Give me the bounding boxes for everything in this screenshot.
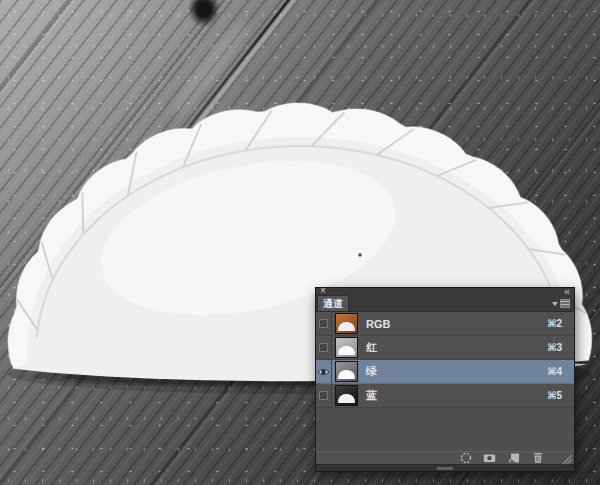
channel-shortcut: ⌘4 bbox=[547, 366, 562, 377]
menu-triangle-icon bbox=[552, 302, 558, 306]
new-channel-icon[interactable] bbox=[507, 452, 520, 464]
visibility-toggle[interactable] bbox=[316, 336, 332, 359]
menu-bars-icon bbox=[560, 299, 570, 308]
visibility-empty-box bbox=[319, 343, 328, 352]
photoshop-canvas: × « 通道 RGB ⌘2 bbox=[0, 0, 600, 485]
resize-grip[interactable] bbox=[561, 453, 573, 467]
channel-row-blue[interactable]: 蓝 ⌘5 bbox=[316, 384, 574, 408]
channel-label: RGB bbox=[366, 318, 390, 330]
collapse-to-icons-icon[interactable]: « bbox=[564, 285, 569, 297]
channel-list: RGB ⌘2 红 ⌘3 bbox=[316, 312, 574, 408]
thumbnail-puff-shape bbox=[338, 346, 355, 355]
channel-label: 绿 bbox=[366, 364, 377, 379]
visibility-empty-box bbox=[319, 319, 328, 328]
visibility-toggle[interactable] bbox=[316, 312, 332, 335]
channel-row-red[interactable]: 红 ⌘3 bbox=[316, 336, 574, 360]
puff-speck bbox=[358, 253, 361, 256]
panel-titlebar: × « 通道 bbox=[316, 288, 574, 312]
panel-drag-handle[interactable] bbox=[437, 467, 453, 470]
channel-shortcut: ⌘3 bbox=[547, 342, 562, 353]
visibility-toggle[interactable] bbox=[316, 360, 332, 383]
visibility-toggle[interactable] bbox=[316, 384, 332, 407]
delete-channel-icon[interactable] bbox=[531, 452, 544, 464]
channel-list-empty-area bbox=[316, 408, 574, 451]
channel-row-green[interactable]: 绿 ⌘4 bbox=[316, 360, 574, 384]
thumbnail-puff-shape bbox=[338, 322, 355, 331]
panel-menu-icon[interactable] bbox=[552, 298, 570, 309]
thumbnail-puff-shape bbox=[338, 370, 355, 379]
footer-toolbar bbox=[316, 451, 574, 465]
channel-label: 红 bbox=[366, 340, 377, 355]
channel-shortcut: ⌘2 bbox=[547, 318, 562, 329]
channel-thumbnail bbox=[335, 385, 358, 406]
thumbnail-puff-shape bbox=[338, 394, 355, 403]
channel-label: 蓝 bbox=[366, 388, 377, 403]
panel-footer bbox=[316, 451, 574, 471]
load-channel-as-selection-icon[interactable] bbox=[459, 452, 472, 464]
visibility-empty-box bbox=[319, 391, 328, 400]
channel-shortcut: ⌘5 bbox=[547, 390, 562, 401]
channel-thumbnail bbox=[335, 337, 358, 358]
save-selection-as-channel-icon[interactable] bbox=[483, 452, 496, 464]
channel-thumbnail bbox=[335, 313, 358, 334]
tab-channels[interactable]: 通道 bbox=[317, 295, 349, 311]
channel-row-rgb[interactable]: RGB ⌘2 bbox=[316, 312, 574, 336]
channel-thumbnail bbox=[335, 361, 358, 382]
tab-label: 通道 bbox=[323, 297, 343, 311]
channels-panel: × « 通道 RGB ⌘2 bbox=[315, 287, 575, 472]
eye-icon bbox=[317, 367, 330, 377]
